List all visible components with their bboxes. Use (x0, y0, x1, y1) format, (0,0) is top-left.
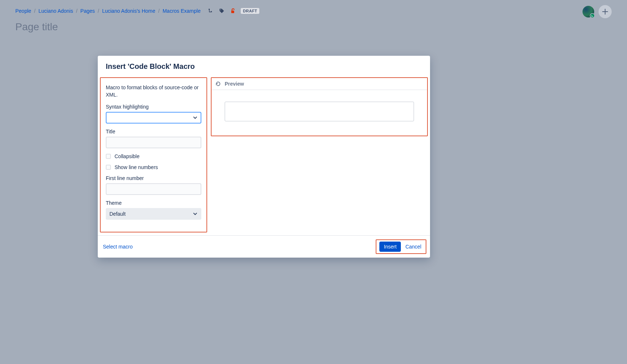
breadcrumb-separator: / (76, 8, 77, 14)
breadcrumb-separator: / (158, 8, 160, 14)
collapsible-label: Collapsible (115, 153, 139, 159)
collapsible-checkbox[interactable] (106, 154, 111, 159)
modal-title: Insert 'Code Block' Macro (106, 62, 422, 71)
svg-rect-3 (211, 11, 212, 12)
svg-point-4 (220, 9, 221, 10)
breadcrumb-item[interactable]: Luciano Adonis (38, 8, 73, 14)
syntax-highlighting-label: Syntax highlighting (106, 104, 201, 110)
insert-button[interactable]: Insert (379, 242, 401, 252)
breadcrumb-item[interactable]: Luciano Adonis's Home (102, 8, 155, 14)
macro-form-panel: Macro to format blocks of source-code or… (100, 77, 207, 232)
svg-rect-2 (209, 12, 211, 12)
breadcrumb-item[interactable]: Macros Example (163, 8, 201, 14)
hierarchy-icon[interactable] (208, 8, 214, 14)
insert-macro-modal: Insert 'Code Block' Macro Macro to forma… (98, 56, 430, 258)
breadcrumb-item[interactable]: People (15, 8, 31, 14)
refresh-icon[interactable] (215, 81, 221, 87)
preview-panel: Preview (211, 77, 428, 136)
first-line-number-label: First line number (106, 175, 201, 181)
breadcrumb-separator: / (98, 8, 99, 14)
show-line-numbers-checkbox[interactable] (106, 165, 111, 170)
avatar-status-badge: L (590, 13, 595, 18)
page-title[interactable]: Page title (15, 21, 612, 33)
title-input[interactable] (106, 137, 201, 148)
draft-badge: DRAFT (241, 8, 259, 14)
select-macro-link[interactable]: Select macro (101, 244, 133, 250)
breadcrumb-item[interactable]: Pages (80, 8, 95, 14)
cancel-button[interactable]: Cancel (404, 242, 423, 252)
show-line-numbers-label: Show line numbers (115, 164, 158, 170)
avatar[interactable]: L (583, 6, 594, 17)
preview-code-area (225, 102, 414, 121)
add-button[interactable] (599, 5, 612, 18)
title-label: Title (106, 129, 201, 134)
syntax-highlighting-select[interactable] (106, 112, 201, 124)
breadcrumb: People / Luciano Adonis / Pages / Lucian… (15, 8, 612, 14)
first-line-number-input[interactable] (106, 183, 201, 195)
svg-rect-5 (231, 11, 234, 13)
preview-label: Preview (225, 81, 244, 87)
theme-select[interactable]: Default (106, 208, 201, 220)
unlock-icon[interactable] (230, 8, 236, 14)
theme-label: Theme (106, 200, 201, 206)
breadcrumb-separator: / (34, 8, 36, 14)
svg-rect-0 (209, 9, 210, 10)
tag-icon[interactable] (219, 8, 225, 14)
footer-buttons-group: Insert Cancel (376, 239, 426, 254)
macro-description: Macro to format blocks of source-code or… (106, 84, 201, 99)
